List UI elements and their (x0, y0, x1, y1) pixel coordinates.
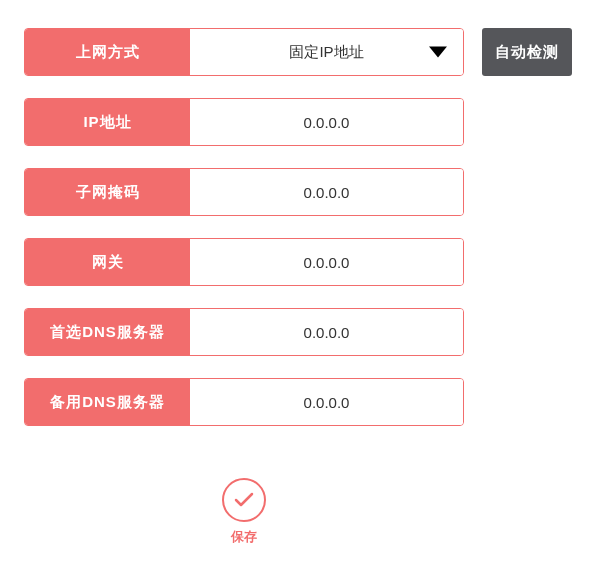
gateway-value-wrap (190, 239, 463, 285)
ip-address-input[interactable] (190, 99, 463, 145)
gateway-label: 网关 (25, 239, 190, 285)
primary-dns-input[interactable] (190, 309, 463, 355)
save-button[interactable] (222, 478, 266, 522)
subnet-mask-label: 子网掩码 (25, 169, 190, 215)
connection-mode-label: 上网方式 (25, 29, 190, 75)
auto-detect-button[interactable]: 自动检测 (482, 28, 572, 76)
backup-dns-input[interactable] (190, 379, 463, 425)
gateway-row: 网关 (24, 238, 576, 286)
backup-dns-label: 备用DNS服务器 (25, 379, 190, 425)
connection-mode-value: 固定IP地址 (190, 43, 463, 62)
subnet-mask-field: 子网掩码 (24, 168, 464, 216)
network-config-form: 上网方式 固定IP地址 自动检测 IP地址 子网掩码 网关 (24, 28, 576, 546)
ip-address-row: IP地址 (24, 98, 576, 146)
backup-dns-field: 备用DNS服务器 (24, 378, 464, 426)
primary-dns-row: 首选DNS服务器 (24, 308, 576, 356)
ip-address-label: IP地址 (25, 99, 190, 145)
connection-mode-select[interactable]: 固定IP地址 (190, 29, 463, 75)
backup-dns-row: 备用DNS服务器 (24, 378, 576, 426)
connection-mode-row: 上网方式 固定IP地址 自动检测 (24, 28, 576, 76)
check-icon (232, 488, 256, 512)
save-label: 保存 (231, 528, 257, 546)
connection-mode-field: 上网方式 固定IP地址 (24, 28, 464, 76)
backup-dns-value-wrap (190, 379, 463, 425)
gateway-input[interactable] (190, 239, 463, 285)
save-section: 保存 (24, 478, 464, 546)
gateway-field: 网关 (24, 238, 464, 286)
primary-dns-value-wrap (190, 309, 463, 355)
ip-address-field: IP地址 (24, 98, 464, 146)
primary-dns-label: 首选DNS服务器 (25, 309, 190, 355)
subnet-mask-value-wrap (190, 169, 463, 215)
ip-address-value-wrap (190, 99, 463, 145)
subnet-mask-row: 子网掩码 (24, 168, 576, 216)
primary-dns-field: 首选DNS服务器 (24, 308, 464, 356)
subnet-mask-input[interactable] (190, 169, 463, 215)
chevron-down-icon (429, 47, 447, 58)
